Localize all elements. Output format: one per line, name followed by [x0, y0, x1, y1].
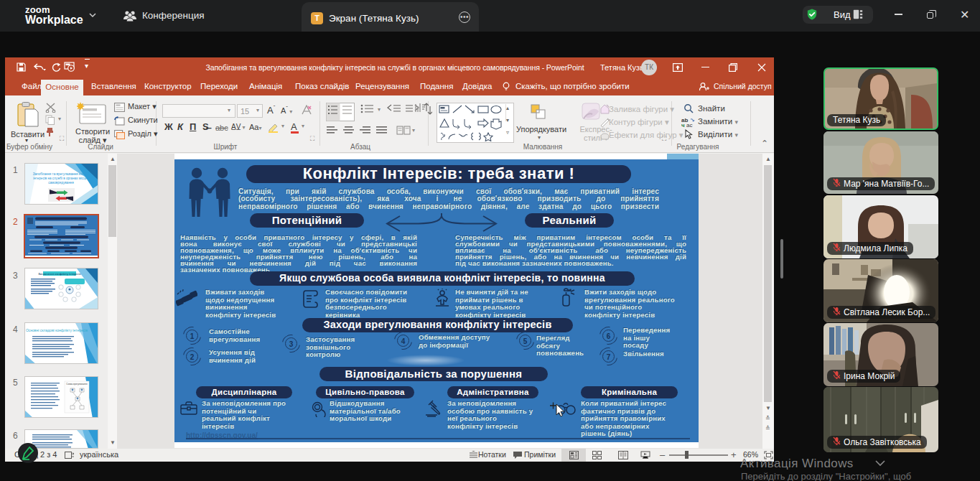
svg-text:Запобігання та врегулювання ко: Запобігання та врегулювання конфлі [33, 172, 90, 176]
svg-text:Схема врегулювання: Схема врегулювання [66, 383, 88, 386]
svg-text:самоврядування: самоврядування [48, 181, 74, 185]
svg-text:ч: ч [681, 122, 685, 127]
svg-text:Виникнення конфлікту інтересів: Виникнення конфлікту інтересів [38, 272, 80, 276]
svg-text:Основні складові конфлікту інт: Основні складові конфлікту інтересів [26, 328, 88, 332]
svg-text:інтересів на службі в органах: інтересів на службі в органах місцев [33, 177, 89, 180]
svg-text:ac: ac [686, 122, 692, 127]
